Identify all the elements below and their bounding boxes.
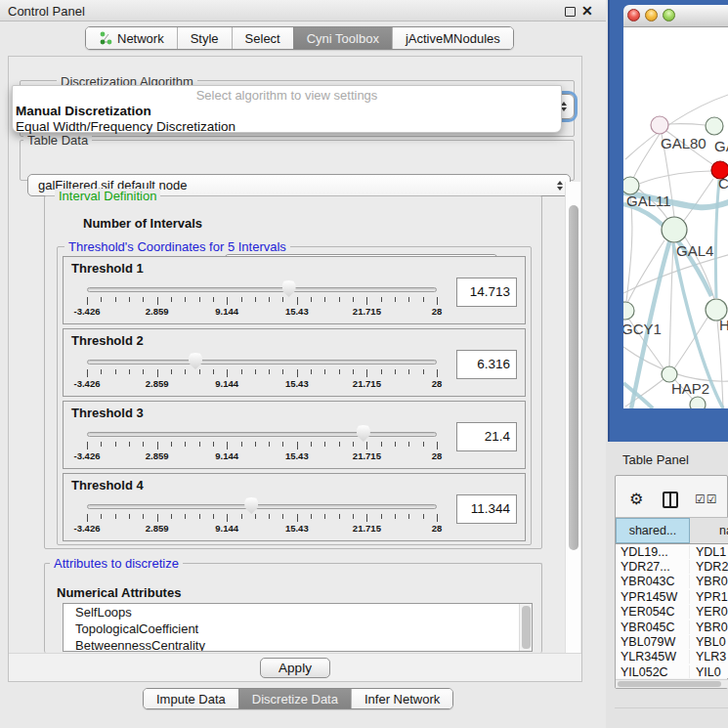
tab-label: Network [117,31,164,46]
slider-thumb[interactable] [189,353,202,369]
panel-scrollbar[interactable] [565,182,580,653]
network-edge [626,194,632,302]
slider-thumb[interactable] [244,497,258,514]
cell-name[interactable]: YBL0 [690,635,728,649]
table-row[interactable]: YBL079WYBL0 [616,634,728,649]
tab-discretize-data[interactable]: Discretize Data [238,689,351,708]
table-row[interactable]: YBR045CYBR0 [616,620,728,634]
node-label: GAL4 [676,242,713,259]
slider-track[interactable] [87,360,437,364]
column-layout-icon[interactable] [663,492,678,508]
gear-icon[interactable]: ⚙ [629,490,643,508]
attributes-listbox[interactable]: SelfLoopsTopologicalCoefficientBetweenne… [63,603,533,652]
mac-zoom-icon[interactable] [663,9,675,21]
threshold-value-field[interactable]: 21.4 [456,422,517,451]
column-header-name[interactable]: na [690,518,728,543]
network-node[interactable] [623,302,634,320]
cell-shared-name[interactable]: YBL079W [616,635,690,649]
node-label: GCY1 [623,321,662,337]
table-row[interactable]: YIL052CYIL0 [616,664,728,678]
close-icon[interactable]: ✕ [581,3,593,19]
cell-shared-name[interactable]: YPR145W [616,590,690,604]
column-header-shared[interactable]: shared... [616,518,690,543]
cell-name[interactable]: YLR3 [690,650,728,664]
attribute-item-selfloops[interactable]: SelfLoops [64,604,532,621]
algorithm-option-equal-width-frequency-discretization[interactable]: Equal Width/Frequency Discretization [13,118,561,134]
tab-select[interactable]: Select [232,27,293,49]
table-row[interactable]: YBR043CYBR0 [616,575,728,589]
cell-shared-name[interactable]: YDL19... [616,545,690,559]
threshold-box-1: Threshold 1-3.4262.8599.14415.4321.71528… [63,256,526,324]
tab-infer-network[interactable]: Infer Network [351,689,452,708]
tab-network[interactable]: Network [86,27,177,49]
slider-track[interactable] [87,287,437,292]
table-hscrollbar-thumb[interactable] [618,681,721,687]
mac-minimize-icon[interactable] [645,9,658,21]
network-edge [627,240,664,303]
cell-shared-name[interactable]: YBR045C [616,621,690,634]
threshold-value-field[interactable]: 11.344 [456,494,517,524]
mac-close-icon[interactable] [627,9,640,21]
table-panel-title: Table Panel [622,452,689,467]
network-node[interactable] [690,397,706,408]
cell-name[interactable]: YBR0 [690,575,728,588]
table-row[interactable]: YER054CYER0 [616,605,728,620]
slider-thumb[interactable] [357,425,370,442]
tab-label: Cyni Toolbox [307,31,379,46]
tab-cyni-toolbox[interactable]: Cyni Toolbox [293,27,392,49]
attribute-item-betweennesscentrality[interactable]: BetweennessCentrality [64,637,532,652]
node-label: HAP2 [671,380,709,397]
threshold-box-2: Threshold 2-3.4262.8599.14415.4321.71528… [63,328,526,397]
apply-button[interactable]: Apply [260,658,330,678]
network-icon [99,31,112,45]
node-label: H [719,317,728,333]
cell-name[interactable]: YPR1 [690,590,728,604]
cell-name[interactable]: YBR0 [690,621,728,634]
network-node[interactable] [706,117,723,135]
float-window-icon[interactable] [565,7,576,17]
network-edge [668,124,706,125]
tab-impute-data[interactable]: Impute Data [144,689,238,708]
tab-label: Discretize Data [252,692,338,707]
network-edge [669,242,673,366]
cell-shared-name[interactable]: YER054C [616,605,690,619]
cell-shared-name[interactable]: YDR27... [616,560,690,574]
algorithm-dropdown-popup: Select algorithm to view settings Manual… [12,85,562,133]
bottom-tab-bar: Impute DataDiscretize DataInfer Network [143,688,453,709]
cell-shared-name[interactable]: YIL052C [616,665,690,678]
cell-shared-name[interactable]: YLR345W [616,650,690,664]
cell-name[interactable]: YDR2 [690,560,728,574]
tab-style[interactable]: Style [177,27,232,49]
panel-scrollbar-thumb[interactable] [569,205,578,550]
table-row[interactable]: YPR145WYPR1 [616,589,728,604]
network-edge [683,179,713,222]
slider-track[interactable] [87,432,437,437]
slider-ticks [87,369,437,378]
checkbox-pair-icon[interactable]: ☑☑ [695,492,718,506]
table-row[interactable]: YDL19...YDL1 [616,544,728,559]
list-scrollbar[interactable] [519,604,532,651]
table-row[interactable]: YLR345WYLR3 [616,650,728,664]
cell-shared-name[interactable]: YBR043C [616,575,690,588]
slider-track[interactable] [87,504,437,509]
tab-jactivemnodules[interactable]: jActiveMNodules [392,27,513,49]
table-row[interactable]: YDR27...YDR2 [616,559,728,574]
tab-label: Style [191,31,219,46]
slider-ticks [87,514,437,523]
table-header: shared... na [616,517,728,544]
table-hscrollbar[interactable] [616,679,728,688]
threshold-label: Threshold 3 [71,406,144,420]
attribute-item-topologicalcoefficient[interactable]: TopologicalCoefficient [64,621,532,637]
cell-name[interactable]: YER0 [690,605,728,619]
node-label: GAL80 [661,135,707,151]
algorithm-option-manual-discretization[interactable]: Manual Discretization [13,103,561,118]
cell-name[interactable]: YDL1 [690,545,728,559]
network-canvas[interactable]: GAL80GACGAL11GAL4GCY1HHAP2 [623,27,728,408]
slider-thumb[interactable] [282,280,296,297]
network-node[interactable] [651,116,668,134]
cell-name[interactable]: YIL0 [690,665,728,678]
threshold-box-4: Threshold 4-3.4262.8599.14415.4321.71528… [63,473,526,541]
threshold-value-field[interactable]: 6.316 [456,350,517,379]
threshold-value-field[interactable]: 14.713 [456,278,517,307]
network-node[interactable] [662,217,687,242]
